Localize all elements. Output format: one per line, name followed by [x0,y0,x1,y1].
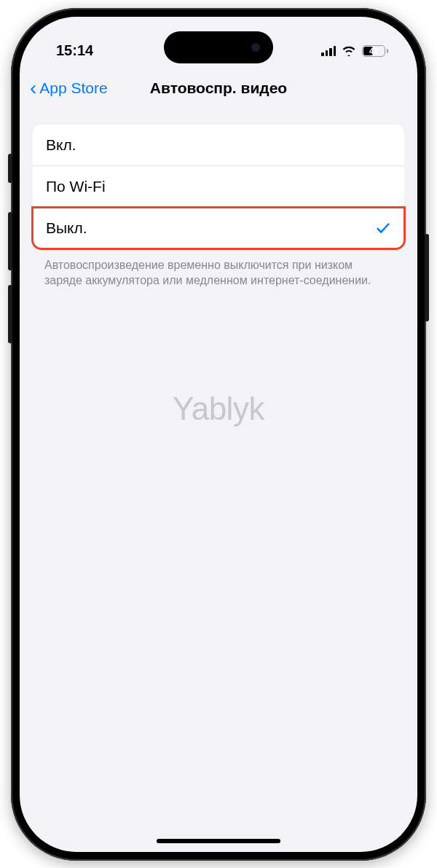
silence-switch [8,154,12,183]
screen: 15:14 42 [20,17,417,852]
power-button [425,234,429,321]
option-label: По Wi-Fi [46,178,106,195]
option-wifi[interactable]: По Wi-Fi [33,166,404,208]
watermark: Yablyk [173,391,264,427]
checkmark-icon [375,220,391,236]
navigation-bar: ‹ App Store Автовоспр. видео [20,68,417,110]
volume-up-button [8,212,12,270]
home-indicator[interactable] [157,839,280,843]
option-off[interactable]: Выкл. [33,208,404,249]
battery-level: 42 [369,47,378,55]
chevron-left-icon: ‹ [30,78,36,98]
status-indicators: 42 [321,45,388,57]
back-label: App Store [39,79,107,97]
status-time: 15:14 [56,42,93,59]
cellular-icon [321,46,336,56]
option-label: Выкл. [46,219,87,237]
options-list: Вкл. По Wi-Fi Выкл. [33,125,404,249]
phone-frame: 15:14 42 [11,8,426,861]
footer-description: Автовоспроизведение временно выключится … [20,249,417,297]
option-label: Вкл. [46,136,76,154]
wifi-icon [342,45,356,56]
dynamic-island [164,31,273,63]
volume-down-button [8,285,12,343]
battery-icon: 42 [362,45,388,57]
back-button[interactable]: ‹ App Store [30,78,108,98]
option-on[interactable]: Вкл. [33,125,404,166]
